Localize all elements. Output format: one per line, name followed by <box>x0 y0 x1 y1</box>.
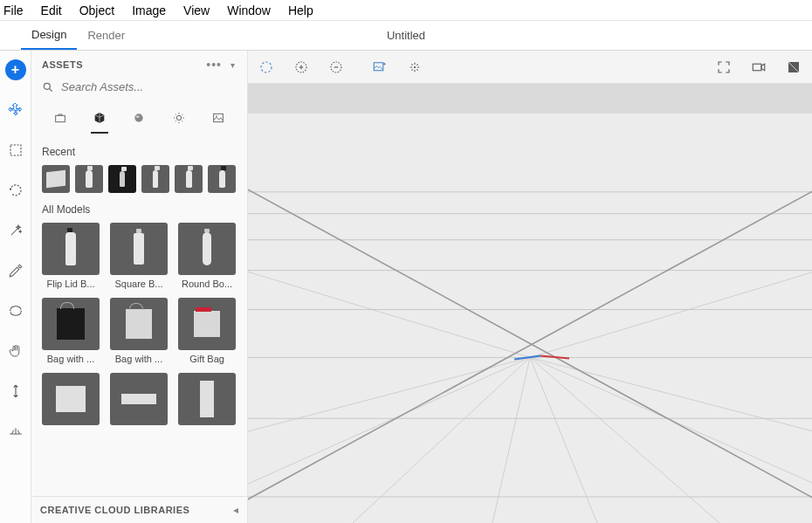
category-starter[interactable] <box>46 106 74 130</box>
category-models[interactable] <box>86 106 114 130</box>
fullscreen-button[interactable] <box>714 58 733 77</box>
recent-item[interactable] <box>208 165 236 193</box>
model-item[interactable]: Flip Lid B... <box>42 223 100 289</box>
image-icon <box>211 111 225 125</box>
recent-item[interactable] <box>42 165 70 193</box>
select-loop-button[interactable] <box>257 58 276 77</box>
model-item[interactable]: Bag with ... <box>42 298 100 364</box>
model-item[interactable]: Square B... <box>110 223 168 289</box>
viewport-backdrop <box>248 84 812 114</box>
search-row <box>31 75 247 99</box>
eyedropper-icon <box>8 263 24 279</box>
all-models-title: All Models <box>42 203 240 216</box>
orbit-icon <box>8 303 24 319</box>
svg-point-3 <box>135 114 143 121</box>
sphere-icon <box>132 111 146 125</box>
minus-circle-icon <box>328 59 344 75</box>
menu-edit[interactable]: Edit <box>32 3 71 17</box>
svg-point-12 <box>414 65 416 67</box>
sun-icon <box>172 111 186 125</box>
viewport-area <box>248 51 812 523</box>
camera-icon <box>751 59 767 75</box>
assets-header: ASSETS ••• ▾ <box>31 51 247 75</box>
subtract-selection-button[interactable] <box>327 58 346 77</box>
svg-rect-6 <box>214 114 224 121</box>
document-title: Untitled <box>387 29 425 42</box>
model-label: Gift Bag <box>189 354 224 364</box>
menubar: File Edit Object Image View Window Help <box>0 0 812 21</box>
dolly-icon <box>8 383 24 399</box>
panel-collapse-button[interactable]: ▾ <box>227 60 238 70</box>
menu-image[interactable]: Image <box>123 3 175 17</box>
cc-libraries-header[interactable]: CREATIVE CLOUD LIBRARIES ◂ <box>31 496 247 523</box>
recent-item[interactable] <box>75 165 103 193</box>
assets-scroll[interactable]: Recent All Models Flip Lid B... Square B… <box>31 135 247 496</box>
orbit-tool[interactable] <box>3 299 28 323</box>
model-item[interactable]: Round Bo... <box>178 223 236 289</box>
horizon-tool[interactable] <box>3 419 28 444</box>
model-item[interactable]: Gift Bag <box>178 298 236 364</box>
magic-wand-tool[interactable] <box>3 218 28 243</box>
viewport-3d[interactable] <box>248 114 812 523</box>
svg-rect-15 <box>248 114 812 523</box>
menu-window[interactable]: Window <box>218 3 279 17</box>
chevron-left-icon: ◂ <box>233 504 238 516</box>
selection-tool[interactable] <box>3 138 28 162</box>
assets-panel: ASSETS ••• ▾ Recent <box>31 51 248 523</box>
assets-title: ASSETS <box>42 59 201 70</box>
hand-tool[interactable] <box>3 339 28 363</box>
recent-title: Recent <box>42 146 240 158</box>
decal-button[interactable] <box>370 58 389 77</box>
svg-point-4 <box>136 115 140 118</box>
model-grid: Flip Lid B... Square B... Round Bo... Ba… <box>42 223 240 429</box>
camera-button[interactable] <box>749 58 768 77</box>
model-item[interactable] <box>110 373 168 429</box>
horizon-icon <box>8 423 24 439</box>
cc-libraries-title: CREATIVE CLOUD LIBRARIES <box>40 505 233 515</box>
recent-item[interactable] <box>141 165 169 193</box>
svg-rect-0 <box>10 145 21 155</box>
tab-render[interactable]: Render <box>77 22 135 49</box>
model-label: Flip Lid B... <box>46 279 94 289</box>
move-icon <box>8 102 24 118</box>
model-label: Bag with ... <box>47 354 94 364</box>
grid-floor <box>248 114 812 523</box>
render-settings-button[interactable] <box>784 58 803 77</box>
menu-help[interactable]: Help <box>279 3 322 17</box>
undo-icon <box>8 182 24 198</box>
menu-file[interactable]: File <box>3 3 32 17</box>
category-lights[interactable] <box>165 106 193 130</box>
add-selection-button[interactable] <box>292 58 311 77</box>
category-images[interactable] <box>204 106 232 130</box>
menu-view[interactable]: View <box>175 3 218 17</box>
svg-point-8 <box>261 62 272 72</box>
eyedropper-tool[interactable] <box>3 258 28 283</box>
subheader: Design Render Untitled <box>0 21 812 51</box>
recent-item[interactable] <box>108 165 136 193</box>
plus-circle-icon <box>293 59 309 75</box>
undo-tool[interactable] <box>3 178 28 203</box>
add-button[interactable]: + <box>3 58 28 82</box>
snap-button[interactable] <box>405 58 424 77</box>
category-materials[interactable] <box>125 106 153 130</box>
search-input[interactable] <box>61 80 237 93</box>
cube-icon <box>93 111 107 125</box>
recent-item[interactable] <box>175 165 203 193</box>
mode-tabs: Design Render <box>0 21 135 50</box>
panel-options-button[interactable]: ••• <box>201 58 227 72</box>
model-label: Round Bo... <box>182 279 232 289</box>
svg-rect-13 <box>753 64 761 71</box>
dolly-tool[interactable] <box>3 379 28 403</box>
model-item[interactable] <box>42 373 100 429</box>
model-label: Square B... <box>114 279 162 289</box>
snap-icon <box>407 59 423 75</box>
selection-icon <box>8 142 24 158</box>
model-item[interactable]: Bag with ... <box>110 298 168 364</box>
svg-rect-2 <box>55 115 65 121</box>
move-tool[interactable] <box>3 98 28 122</box>
render-icon <box>786 59 802 75</box>
model-item[interactable] <box>178 373 236 429</box>
menu-object[interactable]: Object <box>71 3 123 17</box>
tab-design[interactable]: Design <box>21 21 77 50</box>
svg-point-5 <box>176 115 181 120</box>
